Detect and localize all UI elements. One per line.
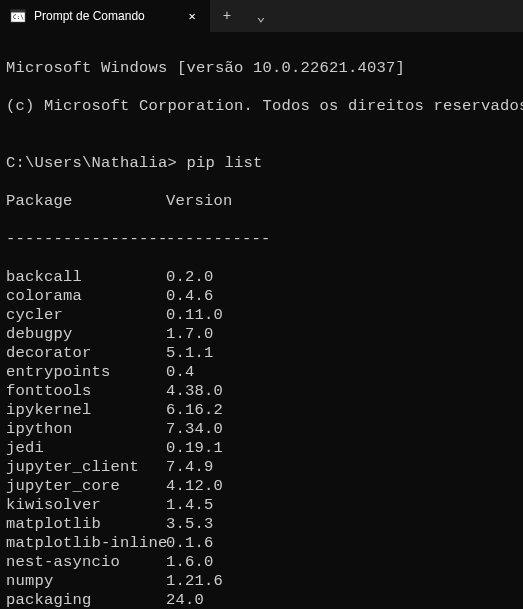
package-version: 0.19.1: [166, 439, 223, 458]
package-version: 3.5.3: [166, 515, 214, 534]
table-row: ipykernel6.16.2: [6, 401, 517, 420]
tab-actions: + ⌄: [210, 0, 278, 32]
package-name: fonttools: [6, 382, 166, 401]
table-row: colorama0.4.6: [6, 287, 517, 306]
package-name: ipykernel: [6, 401, 166, 420]
divider-package: -----------------: [6, 230, 166, 249]
table-row: backcall0.2.0: [6, 268, 517, 287]
tab-dropdown-button[interactable]: ⌄: [244, 0, 278, 32]
package-name: cycler: [6, 306, 166, 325]
package-name: ipython: [6, 420, 166, 439]
package-version: 6.16.2: [166, 401, 223, 420]
package-list: backcall0.2.0colorama0.4.6cycler0.11.0de…: [6, 268, 517, 609]
svg-text:C:\: C:\: [13, 13, 24, 20]
package-version: 0.4.6: [166, 287, 214, 306]
package-name: matplotlib: [6, 515, 166, 534]
package-version: 0.4: [166, 363, 195, 382]
table-row: ipython7.34.0: [6, 420, 517, 439]
package-version: 7.4.9: [166, 458, 214, 477]
header-version: Version: [166, 192, 233, 211]
divider-version: -----------: [166, 230, 271, 249]
package-name: nest-asyncio: [6, 553, 166, 572]
command: pip list: [187, 154, 263, 172]
terminal-tab[interactable]: C:\ Prompt de Comando ✕: [0, 0, 210, 32]
table-row: matplotlib-inline0.1.6: [6, 534, 517, 553]
table-row: jupyter_client7.4.9: [6, 458, 517, 477]
terminal-line: (c) Microsoft Corporation. Todos os dire…: [6, 97, 517, 116]
table-row: numpy1.21.6: [6, 572, 517, 591]
package-version: 1.7.0: [166, 325, 214, 344]
package-name: debugpy: [6, 325, 166, 344]
package-version: 0.11.0: [166, 306, 223, 325]
table-row: jedi0.19.1: [6, 439, 517, 458]
new-tab-button[interactable]: +: [210, 0, 244, 32]
terminal-output[interactable]: Microsoft Windows [versão 10.0.22621.403…: [0, 32, 523, 609]
package-version: 7.34.0: [166, 420, 223, 439]
package-version: 1.6.0: [166, 553, 214, 572]
prompt: C:\Users\Nathalia>: [6, 154, 187, 172]
table-row: debugpy1.7.0: [6, 325, 517, 344]
table-row: jupyter_core4.12.0: [6, 477, 517, 496]
package-version: 0.2.0: [166, 268, 214, 287]
terminal-line: Microsoft Windows [versão 10.0.22621.403…: [6, 59, 517, 78]
package-name: matplotlib-inline: [6, 534, 166, 553]
package-version: 24.0: [166, 591, 204, 609]
table-row: entrypoints0.4: [6, 363, 517, 382]
package-name: backcall: [6, 268, 166, 287]
header-package: Package: [6, 192, 166, 211]
table-row: nest-asyncio1.6.0: [6, 553, 517, 572]
table-row: fonttools4.38.0: [6, 382, 517, 401]
package-version: 0.1.6: [166, 534, 214, 553]
table-row: kiwisolver1.4.5: [6, 496, 517, 515]
package-version: 4.12.0: [166, 477, 223, 496]
tab-title: Prompt de Comando: [34, 9, 176, 23]
package-name: kiwisolver: [6, 496, 166, 515]
package-name: entrypoints: [6, 363, 166, 382]
table-row: packaging24.0: [6, 591, 517, 609]
package-name: jupyter_client: [6, 458, 166, 477]
tab-close-button[interactable]: ✕: [184, 8, 200, 24]
table-row: cycler0.11.0: [6, 306, 517, 325]
package-name: colorama: [6, 287, 166, 306]
table-row: decorator5.1.1: [6, 344, 517, 363]
package-version: 1.4.5: [166, 496, 214, 515]
package-name: decorator: [6, 344, 166, 363]
table-header-row: PackageVersion: [6, 192, 517, 211]
window-titlebar: C:\ Prompt de Comando ✕ + ⌄: [0, 0, 523, 32]
package-name: packaging: [6, 591, 166, 609]
package-version: 4.38.0: [166, 382, 223, 401]
cmd-icon: C:\: [10, 8, 26, 24]
package-name: jedi: [6, 439, 166, 458]
terminal-prompt-line: C:\Users\Nathalia> pip list: [6, 154, 517, 173]
package-version: 1.21.6: [166, 572, 223, 591]
package-name: jupyter_core: [6, 477, 166, 496]
table-divider-row: ----------------------------: [6, 230, 517, 249]
package-version: 5.1.1: [166, 344, 214, 363]
package-name: numpy: [6, 572, 166, 591]
table-row: matplotlib3.5.3: [6, 515, 517, 534]
